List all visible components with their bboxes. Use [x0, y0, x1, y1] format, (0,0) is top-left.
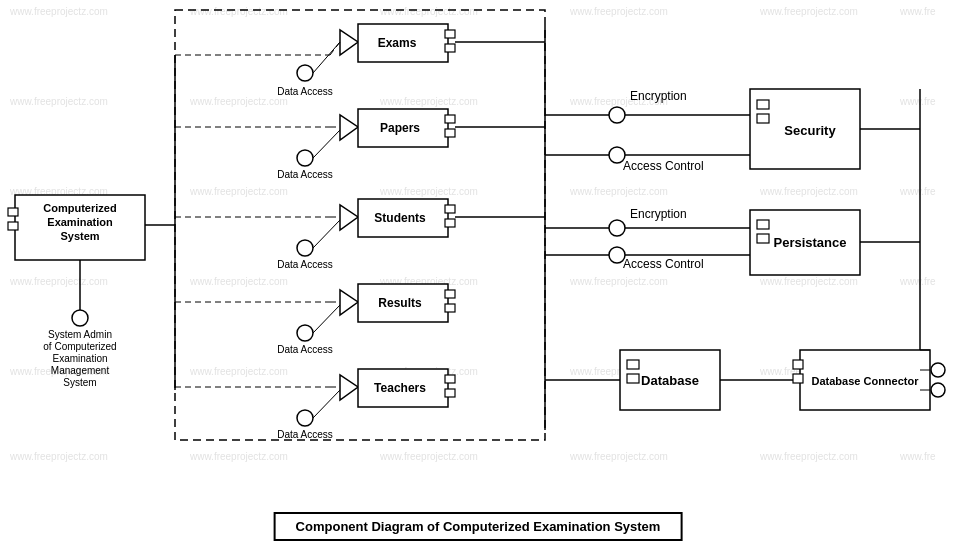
svg-point-107 [609, 107, 625, 123]
svg-text:www.freeprojectz.com: www.freeprojectz.com [379, 186, 478, 197]
svg-text:Encryption: Encryption [630, 207, 687, 221]
svg-text:www.fre: www.fre [899, 6, 936, 17]
svg-text:Data Access: Data Access [277, 169, 333, 180]
svg-text:www.freeprojectz.com: www.freeprojectz.com [759, 6, 858, 17]
svg-rect-130 [757, 234, 769, 243]
svg-rect-97 [445, 375, 455, 383]
svg-marker-63 [340, 115, 358, 140]
svg-point-57 [297, 65, 313, 81]
svg-text:Examination: Examination [47, 216, 113, 228]
svg-point-100 [297, 410, 313, 426]
svg-rect-135 [627, 374, 639, 383]
svg-text:www.freeprojectz.com: www.freeprojectz.com [569, 276, 668, 287]
svg-text:Data Access: Data Access [277, 86, 333, 97]
svg-line-61 [313, 42, 340, 73]
svg-text:www.freeprojectz.com: www.freeprojectz.com [379, 6, 478, 17]
svg-rect-40 [8, 208, 18, 216]
svg-point-143 [931, 363, 945, 377]
svg-text:www.fre: www.fre [899, 186, 936, 197]
svg-point-90 [297, 325, 313, 341]
svg-text:www.freeprojectz.com: www.freeprojectz.com [9, 96, 108, 107]
svg-text:Access Control: Access Control [623, 257, 704, 271]
svg-text:Encryption: Encryption [630, 89, 687, 103]
svg-text:Data Access: Data Access [277, 259, 333, 270]
svg-rect-141 [793, 374, 803, 383]
svg-text:Results: Results [378, 296, 422, 310]
svg-rect-55 [445, 44, 455, 52]
svg-text:www.freeprojectz.com: www.freeprojectz.com [379, 451, 478, 462]
diagram-caption: Component Diagram of Computerized Examin… [274, 512, 683, 541]
svg-point-68 [297, 150, 313, 166]
svg-text:www.freeprojectz.com: www.freeprojectz.com [189, 366, 288, 377]
svg-text:www.freeprojectz.com: www.freeprojectz.com [189, 96, 288, 107]
svg-text:System: System [60, 230, 99, 242]
svg-text:Teachers: Teachers [374, 381, 426, 395]
svg-rect-98 [445, 389, 455, 397]
svg-rect-88 [445, 304, 455, 312]
svg-line-72 [313, 130, 340, 158]
svg-marker-52 [340, 30, 358, 55]
svg-rect-76 [445, 205, 455, 213]
svg-marker-85 [340, 290, 358, 315]
svg-text:www.freeprojectz.com: www.freeprojectz.com [9, 276, 108, 287]
svg-rect-66 [445, 129, 455, 137]
svg-text:Students: Students [374, 211, 426, 225]
svg-text:www.freeprojectz.com: www.freeprojectz.com [759, 451, 858, 462]
svg-text:www.freeprojectz.com: www.freeprojectz.com [569, 186, 668, 197]
svg-rect-115 [757, 100, 769, 109]
svg-line-83 [313, 220, 340, 248]
svg-rect-134 [627, 360, 639, 369]
svg-point-144 [931, 383, 945, 397]
svg-text:www.freeprojectz.com: www.freeprojectz.com [569, 451, 668, 462]
svg-text:www.fre: www.fre [899, 96, 936, 107]
svg-text:Database: Database [641, 373, 699, 388]
svg-text:Management: Management [51, 365, 110, 376]
svg-text:System Admin: System Admin [48, 329, 112, 340]
svg-point-121 [609, 220, 625, 236]
svg-point-123 [609, 247, 625, 263]
svg-line-94 [313, 305, 340, 333]
svg-text:www.freeprojectz.com: www.freeprojectz.com [759, 186, 858, 197]
svg-text:Examination: Examination [52, 353, 107, 364]
svg-text:Data Access: Data Access [277, 429, 333, 440]
svg-rect-140 [793, 360, 803, 369]
svg-text:Database Connector: Database Connector [812, 375, 920, 387]
svg-marker-74 [340, 205, 358, 230]
svg-text:Computerized: Computerized [43, 202, 116, 214]
svg-rect-116 [757, 114, 769, 123]
svg-text:www.freeprojectz.com: www.freeprojectz.com [759, 276, 858, 287]
svg-text:www.fre: www.fre [899, 276, 936, 287]
svg-point-79 [297, 240, 313, 256]
svg-text:Papers: Papers [380, 121, 420, 135]
svg-text:System: System [63, 377, 96, 388]
svg-rect-65 [445, 115, 455, 123]
svg-text:www.fre: www.fre [899, 451, 936, 462]
svg-rect-87 [445, 290, 455, 298]
svg-text:Exams: Exams [378, 36, 417, 50]
svg-point-42 [72, 310, 88, 326]
svg-text:Security: Security [784, 123, 836, 138]
svg-text:www.freeprojectz.com: www.freeprojectz.com [9, 451, 108, 462]
svg-rect-54 [445, 30, 455, 38]
svg-rect-129 [757, 220, 769, 229]
diagram-area: www.freeprojectz.com www.freeprojectz.co… [0, 0, 956, 549]
svg-text:Persistance: Persistance [774, 235, 847, 250]
svg-line-104 [313, 390, 340, 418]
svg-point-109 [609, 147, 625, 163]
svg-text:www.freeprojectz.com: www.freeprojectz.com [189, 276, 288, 287]
svg-text:www.freeprojectz.com: www.freeprojectz.com [379, 96, 478, 107]
svg-rect-77 [445, 219, 455, 227]
svg-text:www.freeprojectz.com: www.freeprojectz.com [189, 186, 288, 197]
svg-text:www.freeprojectz.com: www.freeprojectz.com [189, 6, 288, 17]
svg-text:Data Access: Data Access [277, 344, 333, 355]
svg-text:www.freeprojectz.com: www.freeprojectz.com [189, 451, 288, 462]
svg-marker-95 [340, 375, 358, 400]
svg-text:Access Control: Access Control [623, 159, 704, 173]
svg-text:www.freeprojectz.com: www.freeprojectz.com [9, 6, 108, 17]
svg-text:www.freeprojectz.com: www.freeprojectz.com [569, 6, 668, 17]
svg-text:of Computerized: of Computerized [43, 341, 116, 352]
svg-rect-41 [8, 222, 18, 230]
